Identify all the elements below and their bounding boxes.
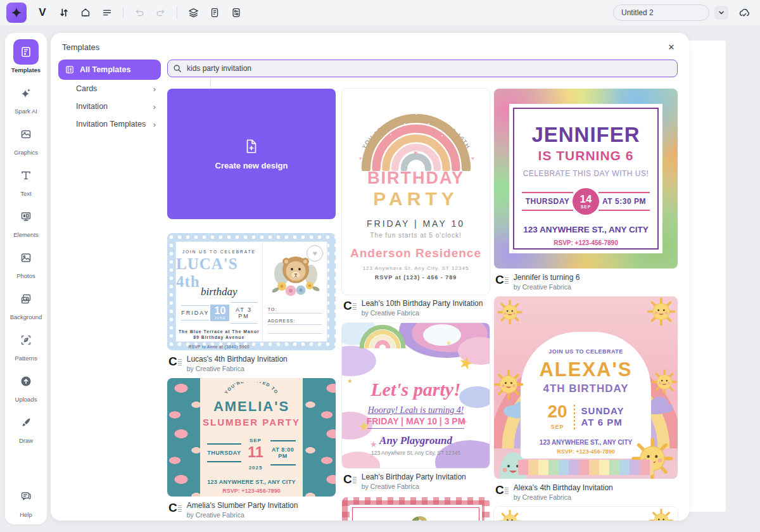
undo-button[interactable] — [130, 3, 149, 22]
sidebar-item-elements[interactable]: Elements — [6, 204, 46, 238]
heart-accent: ♥ — [358, 155, 362, 162]
caption-title: Amelia's Slumber Party Invitation — [187, 501, 298, 510]
cloud-saved-indicator — [735, 3, 754, 22]
app-logo[interactable] — [6, 3, 27, 23]
layers-button[interactable] — [184, 3, 203, 22]
caption-title: Leah's Birthday Party Invitation — [362, 472, 466, 482]
document-name-input[interactable] — [613, 4, 709, 21]
notes-icon — [209, 7, 220, 18]
nav-invitation-templates[interactable]: Invitation Templates› — [58, 115, 161, 133]
home-icon — [80, 7, 91, 18]
template-card-partial-rainbow[interactable] — [494, 507, 678, 521]
caption-byline: by Creative Fabrica — [187, 510, 298, 519]
sidebar-item-graphics[interactable]: Graphics — [6, 122, 46, 156]
all-templates-icon — [65, 65, 75, 75]
create-new-design-card[interactable]: Create new design — [167, 89, 336, 219]
redo-icon — [155, 7, 167, 18]
sun-icon — [645, 296, 678, 328]
layers-icon — [187, 7, 200, 19]
panel-title: Templates — [62, 42, 99, 52]
template-card-letsparty[interactable]: ★ ★ ★ ★ ★ ★ Let's party! Hooray! Leah is… — [342, 323, 490, 468]
toolbar-divider — [177, 6, 177, 19]
chevron-right-icon: › — [153, 120, 156, 129]
home-button[interactable] — [76, 3, 95, 22]
template-caption-alexa[interactable]: C Alexa's 4th Birthday Invitationby Crea… — [495, 483, 676, 502]
svg-text:♥: ♥ — [414, 149, 417, 156]
create-new-design-label: Create new design — [215, 161, 288, 170]
sidebar-item-help[interactable]: Help — [6, 484, 46, 518]
sidebar-item-draw[interactable]: Draw — [6, 410, 46, 444]
sun-icon — [650, 367, 678, 396]
search-input[interactable] — [167, 60, 678, 77]
cloud-check-icon — [738, 6, 750, 19]
template-card-leah10[interactable]: YOU ARE INVITED TO LEAH'S 10TH ♥ ♥ ♥ BIR… — [342, 89, 490, 294]
template-card-partial-gingham[interactable] — [342, 497, 490, 521]
nav-cards[interactable]: Cards› — [58, 80, 161, 98]
sun-icon — [494, 367, 526, 402]
undo-icon — [134, 7, 145, 18]
leaf-accent — [411, 513, 428, 521]
spark-ai-icon — [13, 80, 39, 106]
creative-fabrica-logo: C — [495, 483, 509, 497]
sidebar-item-text[interactable]: Text — [6, 163, 46, 197]
caption-byline: by Creative Fabrica — [514, 493, 613, 502]
template-card-alexa[interactable]: JOIN US TO CELEBRATE ALEXA'S 4TH BIRTHDA… — [494, 296, 678, 479]
template-caption-amelia[interactable]: C Amelia's Slumber Party Invitationby Cr… — [168, 501, 334, 519]
sort-arrows-button[interactable] — [54, 3, 73, 22]
text-icon — [13, 163, 39, 188]
new-document-icon — [243, 138, 260, 155]
notes-button[interactable] — [205, 3, 224, 22]
templates-icon — [13, 39, 39, 65]
small-rainbow-icon — [357, 323, 408, 348]
caption-byline: by Creative Fabrica — [187, 364, 288, 373]
creative-fabrica-logo: C — [343, 472, 357, 486]
date-badge: 14 SEP — [573, 188, 599, 215]
nav-all-templates[interactable]: All Templates — [58, 60, 161, 80]
template-caption-jennifer[interactable]: C Jennifer is turning 6by Creative Fabri… — [495, 273, 676, 291]
caption-title: Lucas's 4th Birthday Invitation — [187, 355, 288, 364]
template-caption-leah10[interactable]: C Leah's 10th Birthday Party Invitationb… — [343, 299, 488, 317]
chevron-right-icon: › — [153, 102, 156, 111]
elements-icon — [13, 204, 39, 229]
background-icon — [13, 286, 39, 312]
sun-icon — [497, 508, 523, 521]
top-toolbar: V — [0, 0, 760, 25]
redo-button[interactable] — [151, 3, 170, 22]
sidebar-item-uploads[interactable]: Uploads — [6, 369, 46, 403]
caption-byline: by Creative Fabrica — [362, 482, 466, 491]
template-card-amelia[interactable]: YOU'RE INVITED TO AMELIA'S SLUMBER PARTY… — [167, 378, 336, 497]
creative-fabrica-logo: C — [495, 273, 509, 287]
chevron-down-icon — [718, 10, 725, 16]
help-chat-icon — [13, 484, 39, 509]
sidebar-item-background[interactable]: Background — [6, 286, 46, 320]
sidebar-item-photos[interactable]: Photos — [6, 245, 46, 279]
vectorize-button[interactable]: V — [33, 3, 52, 22]
sidebar-item-patterns[interactable]: Patterns — [6, 327, 46, 362]
template-caption-lucas[interactable]: C Lucas's 4th Birthday Invitationby Crea… — [168, 355, 334, 373]
draw-icon — [13, 410, 39, 435]
templates-subnav: All Templates Cards› Invitation› Invitat… — [58, 60, 161, 133]
doc-name-dropdown-button[interactable] — [714, 6, 728, 20]
pastel-stripes — [518, 460, 654, 475]
uploads-icon — [13, 369, 39, 394]
sidebar-item-spark-ai[interactable]: Spark AI — [6, 80, 46, 115]
lucas-birthday-script: birthday — [201, 286, 238, 298]
lion-illustration — [267, 248, 325, 303]
template-caption-letsparty[interactable]: C Leah's Birthday Party Invitationby Cre… — [343, 472, 488, 491]
svg-text:YOU'RE INVITED TO: YOU'RE INVITED TO — [224, 382, 279, 395]
patterns-icon — [13, 327, 39, 353]
caption-title: Leah's 10th Birthday Party Invitation — [362, 299, 483, 308]
adjustments-icon — [231, 7, 242, 18]
nav-invitation[interactable]: Invitation› — [58, 98, 161, 115]
template-card-jennifer[interactable]: JENNIFER IS TURNING 6 CELEBRATE THIS DAY… — [494, 89, 678, 269]
menu-button[interactable] — [98, 3, 117, 22]
sort-arrows-icon — [58, 7, 70, 18]
template-card-lucas[interactable]: JOIN US TO CELEBRATE LUCA'S 4th birthday… — [167, 233, 336, 350]
graphics-icon — [13, 122, 39, 147]
toolbar-divider — [123, 6, 124, 19]
close-panel-button[interactable]: ✕ — [664, 39, 679, 54]
sidebar-item-templates[interactable]: Templates — [6, 39, 46, 73]
creative-fabrica-logo: C — [343, 299, 357, 313]
search-icon — [173, 64, 182, 73]
adjustments-button[interactable] — [227, 3, 246, 22]
